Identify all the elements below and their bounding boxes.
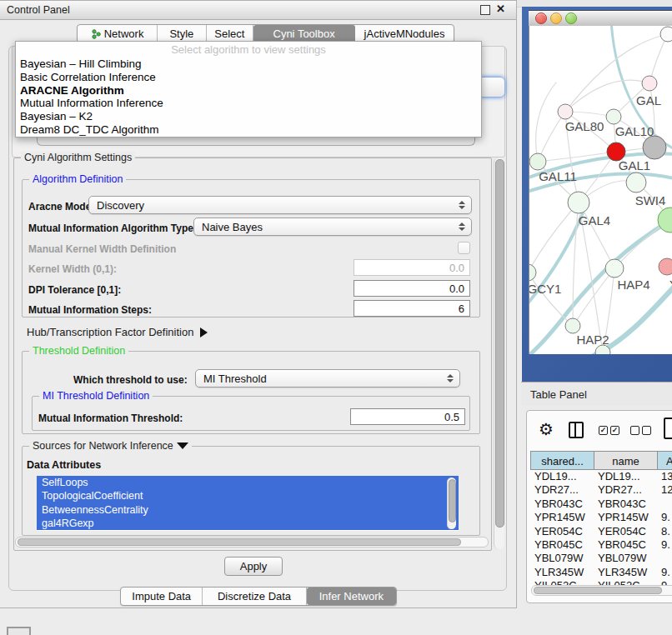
dropdown-item[interactable]: Bayesian – K2 <box>16 110 481 123</box>
aracne-mode-combo[interactable]: Discovery <box>88 196 472 214</box>
network-edge[interactable] <box>536 82 556 162</box>
data-attribute-item[interactable]: SelfLoops <box>37 476 459 489</box>
node-label: GAL1 <box>619 158 650 172</box>
table-row[interactable]: YBL079WYBL079W <box>530 552 672 565</box>
network-node-gcy1[interactable] <box>529 264 536 281</box>
network-node-hap2[interactable] <box>565 318 580 333</box>
node-label: GAL <box>636 93 661 108</box>
threshold-definition-title: Threshold Definition <box>29 345 128 357</box>
network-node-y[interactable] <box>659 258 672 275</box>
network-node[interactable] <box>643 136 666 159</box>
bottom-tab-infer-network[interactable]: Infer Network <box>307 588 396 605</box>
table-cell: YBL079W <box>594 552 657 565</box>
table-row[interactable]: YBR045CYBR045C9. <box>530 538 672 552</box>
table-cell: YER054C <box>594 525 657 538</box>
network-view-canvas[interactable]: GALGAL80GAL10GAL1GAL11SWI4GAL4GCY1HAP4YH… <box>529 26 672 354</box>
node-label: HAP2 <box>576 332 609 347</box>
collapse-arrow-icon[interactable] <box>177 442 188 449</box>
new-table-icon[interactable] <box>664 418 672 439</box>
algorithm-combo-fragment[interactable] <box>481 77 505 98</box>
table-row[interactable]: YDL19...YDL19...13 <box>530 470 672 483</box>
network-graph[interactable]: GALGAL80GAL10GAL1GAL11SWI4GAL4GCY1HAP4YH… <box>529 26 672 354</box>
data-attribute-item[interactable]: gal4RGexp <box>37 517 459 530</box>
select-all-columns-icon[interactable]: ✓✓ <box>599 426 620 435</box>
which-threshold-combo[interactable]: MI Threshold <box>195 369 460 388</box>
mi-steps-field[interactable]: 6 <box>354 300 470 317</box>
floating-panel-fragment <box>7 627 31 635</box>
bottom-tab-discretize-data[interactable]: Discretize Data <box>203 588 306 605</box>
tab-style[interactable]: Style <box>158 25 206 42</box>
network-node-gal80[interactable] <box>558 104 573 119</box>
deselect-all-columns-icon[interactable] <box>630 426 652 435</box>
network-node-hap4[interactable] <box>605 259 624 278</box>
tab-select[interactable]: Select <box>207 25 254 42</box>
table-row[interactable]: YDR27...YDR27...12 <box>530 483 672 497</box>
network-edge[interactable] <box>529 272 573 326</box>
dropdown-item[interactable]: Dream8 DC_TDC Algorithm <box>16 123 481 137</box>
mi-threshold-field[interactable]: 0.5 <box>350 408 465 425</box>
dpi-tolerance-field[interactable]: 0.0 <box>354 280 470 297</box>
manual-kernel-checkbox[interactable] <box>458 242 470 254</box>
settings-vertical-scrollbar[interactable] <box>494 158 504 549</box>
dropdown-item[interactable]: Bayesian – Hill Climbing <box>16 58 481 71</box>
table-row[interactable]: YPR145WYPR145W9. <box>530 511 672 524</box>
table-row[interactable]: YBR043CYBR043C <box>530 498 672 511</box>
network-node-gal11[interactable] <box>529 153 546 170</box>
mi-threshold-group-title: MI Threshold Definition <box>39 390 153 402</box>
hub-definition-expander[interactable]: Hub/Transcription Factor Definition <box>27 326 208 338</box>
network-node-gal10[interactable] <box>606 109 621 124</box>
aracne-mode-value: Discovery <box>97 199 144 212</box>
split-columns-icon[interactable] <box>569 422 584 438</box>
table-cell: 12 <box>657 483 672 497</box>
column-header-name[interactable]: name <box>594 451 657 470</box>
dropdown-item[interactable]: Mutual Information Inference <box>16 97 481 110</box>
table-cell: YDL19... <box>530 470 594 483</box>
node-label: GAL10 <box>615 124 654 138</box>
dropdown-items: Bayesian – Hill ClimbingBasic Correlatio… <box>16 58 481 137</box>
table-row[interactable]: YER054CYER054C8. <box>530 525 672 538</box>
settings-horizontal-scrollbar[interactable] <box>15 537 489 548</box>
table-cell: YBR045C <box>530 538 594 552</box>
app-screen: Control Panel ✕ NetworkStyleSelectCyni T… <box>0 0 672 635</box>
bottom-tab-impute-data[interactable]: Impute Data <box>121 588 203 605</box>
kernel-width-field[interactable]: 0.0 <box>354 259 470 276</box>
dpi-tolerance-label: DPI Tolerance [0,1]: <box>28 284 121 296</box>
mi-type-combo[interactable]: Naive Bayes <box>193 218 472 236</box>
table-cell: YBL079W <box>530 552 594 565</box>
minimize-traffic-light-icon[interactable] <box>550 12 562 24</box>
table-row[interactable]: YLR345WYLR345W9. <box>530 566 672 579</box>
node-label: HAP4 <box>617 278 649 292</box>
hscrollbar-thumb[interactable] <box>18 538 461 546</box>
dropdown-item[interactable]: Basic Correlation Inference <box>16 71 481 84</box>
zoom-traffic-light-icon[interactable] <box>565 12 577 24</box>
vscrollbar-thumb[interactable] <box>495 159 504 528</box>
data-attribute-item[interactable]: BetweennessCentrality <box>37 503 459 517</box>
network-window-titlebar[interactable] <box>529 10 672 27</box>
network-node-gal[interactable] <box>642 76 657 91</box>
tab-network[interactable]: Network <box>78 25 158 42</box>
which-threshold-label: Which threshold to use: <box>73 374 188 386</box>
table-horizontal-scrollbar[interactable] <box>531 585 672 596</box>
algorithm-dropdown: Select algorithm to view settings Bayesi… <box>15 41 482 138</box>
column-header-shared[interactable]: shared... <box>530 451 594 470</box>
attributes-scrollbar-thumb[interactable] <box>449 479 456 522</box>
data-attribute-item[interactable]: TopologicalCoefficient <box>37 489 459 502</box>
close-icon[interactable]: ✕ <box>496 2 505 15</box>
apply-button[interactable]: Apply <box>224 557 283 576</box>
table-hscrollbar-thumb[interactable] <box>534 587 662 594</box>
network-node-gal4[interactable] <box>568 192 589 213</box>
table-cell: 13 <box>657 470 672 483</box>
dropdown-item[interactable]: ARACNE Algorithm <box>16 84 481 98</box>
expand-arrow-icon[interactable] <box>200 328 208 338</box>
table-cell: YLR345W <box>594 566 657 579</box>
network-node-swi4[interactable] <box>626 172 646 192</box>
network-node[interactable] <box>660 27 672 42</box>
tab-cyni-toolbox[interactable]: Cyni Toolbox <box>253 25 355 42</box>
close-traffic-light-icon[interactable] <box>535 12 547 24</box>
column-header-a[interactable]: A <box>657 451 672 470</box>
table-settings-gear-icon[interactable]: ⚙ <box>539 421 554 438</box>
attributes-list-scrollbar[interactable] <box>447 478 456 529</box>
float-window-icon[interactable] <box>480 5 490 15</box>
tab-jactivemnodules[interactable]: jActiveMNodules <box>355 25 454 42</box>
algorithm-definition-title: Algorithm Definition <box>29 173 126 185</box>
